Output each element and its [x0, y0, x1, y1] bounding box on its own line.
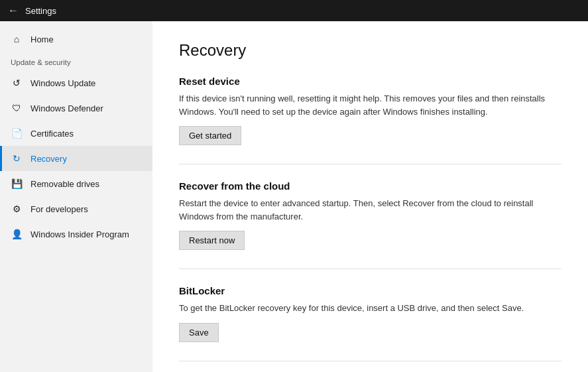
divider-2	[179, 269, 561, 269]
titlebar-title: Settings	[25, 6, 56, 16]
sidebar: ⌂ Home Update & security ↺ Windows Updat…	[0, 21, 152, 372]
save-button[interactable]: Save	[179, 323, 219, 342]
sidebar-home-label: Home	[30, 34, 54, 44]
main-layout: ⌂ Home Update & security ↺ Windows Updat…	[0, 21, 588, 372]
sidebar-item-label: Removable drives	[30, 179, 99, 189]
developers-icon: ⚙	[11, 203, 23, 215]
sidebar-item-removable-drives[interactable]: 💾 Removable drives	[0, 171, 152, 196]
page-title: Recovery	[179, 41, 561, 60]
divider-1	[179, 164, 561, 164]
shield-icon: 🛡	[11, 102, 23, 114]
windows-update-icon: ↺	[11, 77, 23, 89]
removable-drives-icon: 💾	[11, 178, 23, 190]
sidebar-item-label: Recovery	[30, 154, 67, 164]
sidebar-item-label: For developers	[30, 204, 88, 214]
bitlocker-section: BitLocker To get the BitLocker recovery …	[179, 285, 561, 342]
sidebar-item-label: Certificates	[30, 129, 74, 139]
sidebar-section-label: Update & security	[0, 52, 152, 70]
recover-cloud-section: Recover from the cloud Restart the devic…	[179, 180, 561, 250]
sidebar-item-label: Windows Update	[30, 78, 95, 88]
divider-3	[179, 361, 561, 361]
certificate-icon: 📄	[11, 127, 23, 139]
recover-cloud-title: Recover from the cloud	[179, 180, 561, 192]
content-area: Recovery Reset device If this device isn…	[152, 21, 588, 372]
reset-device-section: Reset device If this device isn't runnin…	[179, 76, 561, 145]
home-icon: ⌂	[11, 33, 23, 45]
sidebar-item-windows-defender[interactable]: 🛡 Windows Defender	[0, 95, 152, 121]
reset-device-title: Reset device	[179, 76, 561, 87]
sidebar-item-recovery[interactable]: ↻ Recovery	[0, 146, 152, 171]
back-button[interactable]: ←	[8, 5, 19, 17]
sidebar-item-label: Windows Insider Program	[30, 229, 129, 239]
insider-icon: 👤	[11, 228, 23, 240]
recover-cloud-description: Restart the device to enter advanced sta…	[179, 197, 561, 223]
recovery-icon: ↻	[11, 153, 23, 164]
titlebar: ← Settings	[0, 0, 588, 21]
get-started-button[interactable]: Get started	[179, 126, 241, 145]
sidebar-item-windows-update[interactable]: ↺ Windows Update	[0, 70, 152, 95]
bitlocker-title: BitLocker	[179, 285, 561, 296]
reset-device-description: If this device isn't running well, reset…	[179, 92, 561, 118]
sidebar-item-label: Windows Defender	[30, 103, 103, 113]
restart-now-button[interactable]: Restart now	[179, 231, 245, 250]
sidebar-item-for-developers[interactable]: ⚙ For developers	[0, 196, 152, 221]
sidebar-item-home[interactable]: ⌂ Home	[0, 27, 152, 52]
sidebar-item-certificates[interactable]: 📄 Certificates	[0, 121, 152, 146]
sidebar-item-windows-insider[interactable]: 👤 Windows Insider Program	[0, 221, 152, 247]
bitlocker-description: To get the BitLocker recovery key for th…	[179, 302, 561, 315]
